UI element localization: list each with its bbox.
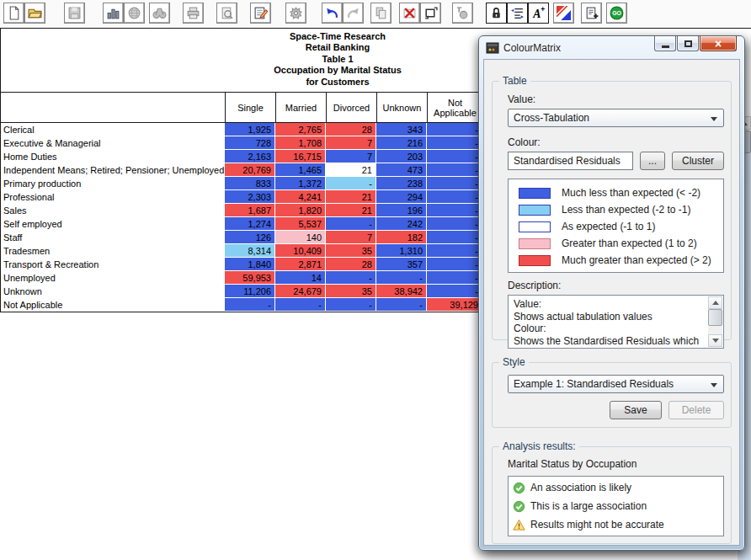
value-select[interactable]: Cross-Tabulation bbox=[508, 109, 724, 127]
table-cell[interactable]: 242 bbox=[376, 217, 427, 231]
scroll-thumb[interactable] bbox=[708, 309, 722, 326]
save-button[interactable]: Save bbox=[610, 401, 662, 419]
table-cell[interactable]: 24,679 bbox=[275, 285, 326, 298]
table-cell[interactable]: - bbox=[427, 271, 482, 285]
table-cell[interactable]: 28 bbox=[326, 123, 376, 136]
table-cell[interactable]: 1,372 bbox=[275, 177, 326, 190]
table-cell[interactable]: 7 bbox=[326, 150, 376, 163]
table-cell[interactable]: 833 bbox=[225, 177, 275, 190]
table-cell[interactable]: 11,206 bbox=[225, 285, 275, 298]
table-cell[interactable]: 2,765 bbox=[275, 123, 326, 136]
column-header-single[interactable]: Single bbox=[225, 93, 275, 122]
table-cell[interactable]: - bbox=[225, 298, 275, 312]
scroll-down-button[interactable] bbox=[708, 334, 722, 347]
open-file-button[interactable] bbox=[24, 3, 45, 24]
table-cell[interactable]: - bbox=[275, 298, 326, 312]
table-cell[interactable]: - bbox=[427, 244, 482, 258]
delete-red-x-button[interactable] bbox=[399, 3, 420, 24]
table-cell[interactable]: 2,871 bbox=[275, 258, 326, 271]
add-document-button[interactable] bbox=[581, 3, 602, 24]
table-cell[interactable]: - bbox=[326, 298, 376, 312]
row-label[interactable]: Unemployed bbox=[1, 271, 225, 285]
table-cell[interactable]: 1,708 bbox=[275, 136, 326, 150]
table-cell[interactable]: 38,942 bbox=[376, 285, 427, 298]
table-cell[interactable]: - bbox=[427, 177, 482, 190]
table-cell[interactable]: 1,465 bbox=[275, 163, 326, 177]
row-label[interactable]: Self employed bbox=[1, 217, 225, 231]
table-cell[interactable]: 343 bbox=[376, 123, 427, 136]
table-cell[interactable]: - bbox=[427, 285, 482, 298]
lock-button[interactable] bbox=[486, 3, 507, 24]
table-cell[interactable]: 216 bbox=[376, 136, 427, 150]
table-cell[interactable]: - bbox=[427, 231, 482, 244]
table-cell[interactable]: - bbox=[427, 123, 482, 136]
browse-button[interactable]: ... bbox=[640, 152, 665, 170]
table-cell[interactable]: 8,314 bbox=[225, 244, 275, 258]
row-label[interactable]: Executive & Managerial bbox=[1, 136, 225, 150]
description-box[interactable]: Value: Shows actual tabulation values Co… bbox=[508, 295, 724, 349]
table-cell[interactable]: 59,953 bbox=[225, 271, 275, 285]
table-cell[interactable]: 1,840 bbox=[225, 258, 275, 271]
globe-button[interactable] bbox=[124, 3, 145, 24]
table-cell[interactable]: 2,303 bbox=[225, 190, 275, 204]
resize-table-button[interactable] bbox=[420, 3, 441, 24]
row-label[interactable]: Tradesmen bbox=[1, 244, 225, 258]
delete-button[interactable]: Delete bbox=[668, 401, 724, 419]
row-label[interactable]: Independent Means; Retired; Pensioner; U… bbox=[1, 163, 225, 177]
table-cell[interactable]: 1,310 bbox=[376, 244, 427, 258]
table-cell[interactable]: 238 bbox=[376, 177, 427, 190]
description-scrollbar[interactable] bbox=[708, 296, 722, 347]
font-size-button[interactable]: A+ bbox=[528, 3, 549, 24]
row-label[interactable]: Staff bbox=[1, 231, 225, 244]
table-cell[interactable]: 28 bbox=[326, 258, 376, 271]
table-cell[interactable]: 20,769 bbox=[225, 163, 275, 177]
maximize-button[interactable] bbox=[677, 36, 699, 51]
tools-button[interactable] bbox=[285, 3, 306, 24]
table-cell[interactable]: 35 bbox=[326, 285, 376, 298]
minimize-button[interactable] bbox=[654, 36, 676, 51]
table-cell[interactable]: - bbox=[326, 217, 376, 231]
row-label[interactable]: Not Applicable bbox=[1, 298, 225, 312]
row-label[interactable]: Clerical bbox=[1, 123, 225, 136]
table-cell[interactable]: 39,129 bbox=[427, 298, 482, 312]
field-options-button[interactable] bbox=[507, 3, 528, 24]
table-cell[interactable]: 21 bbox=[326, 190, 376, 204]
dialog-titlebar[interactable]: ColourMatrix bbox=[486, 40, 561, 56]
style-select[interactable]: Example 1: Standardised Residuals bbox=[508, 375, 724, 393]
table-cell[interactable]: 2,163 bbox=[225, 150, 275, 163]
row-label[interactable]: Unknown bbox=[1, 285, 225, 298]
column-header-married[interactable]: Married bbox=[275, 93, 326, 122]
table-cell[interactable]: 7 bbox=[326, 231, 376, 244]
table-cell[interactable]: 294 bbox=[376, 190, 427, 204]
edit-annotations-button[interactable] bbox=[250, 3, 271, 24]
redo-button[interactable] bbox=[343, 3, 364, 24]
table-cell[interactable]: - bbox=[427, 217, 482, 231]
save-button[interactable] bbox=[64, 3, 85, 24]
table-cell[interactable]: 21 bbox=[326, 163, 376, 177]
colour-input[interactable]: Standardised Residuals bbox=[508, 152, 633, 170]
hide-item-button[interactable] bbox=[452, 3, 473, 24]
go-button[interactable]: GO bbox=[606, 3, 627, 24]
bar-chart-button[interactable] bbox=[103, 3, 124, 24]
table-cell[interactable]: 357 bbox=[376, 258, 427, 271]
row-label[interactable]: Sales bbox=[1, 204, 225, 217]
stub-header-cell[interactable] bbox=[1, 93, 225, 122]
table-cell[interactable]: 21 bbox=[326, 204, 376, 217]
table-cell[interactable]: 140 bbox=[275, 231, 326, 244]
copy-button[interactable] bbox=[370, 3, 391, 24]
table-cell[interactable]: - bbox=[376, 271, 427, 285]
table-cell[interactable]: 182 bbox=[376, 231, 427, 244]
column-header-not-applicable[interactable]: Not Applicable bbox=[427, 93, 482, 122]
table-cell[interactable]: - bbox=[326, 177, 376, 190]
undo-button[interactable] bbox=[322, 3, 343, 24]
print-preview-button[interactable] bbox=[216, 3, 237, 24]
table-cell[interactable]: - bbox=[427, 204, 482, 217]
column-header-divorced[interactable]: Divorced bbox=[326, 93, 376, 122]
table-cell[interactable]: - bbox=[427, 258, 482, 271]
table-cell[interactable]: 16,715 bbox=[275, 150, 326, 163]
row-label[interactable]: Home Duties bbox=[1, 150, 225, 163]
table-cell[interactable]: 5,537 bbox=[275, 217, 326, 231]
table-cell[interactable]: - bbox=[427, 190, 482, 204]
new-document-button[interactable] bbox=[3, 3, 24, 24]
cluster-button[interactable]: Cluster bbox=[672, 152, 724, 170]
